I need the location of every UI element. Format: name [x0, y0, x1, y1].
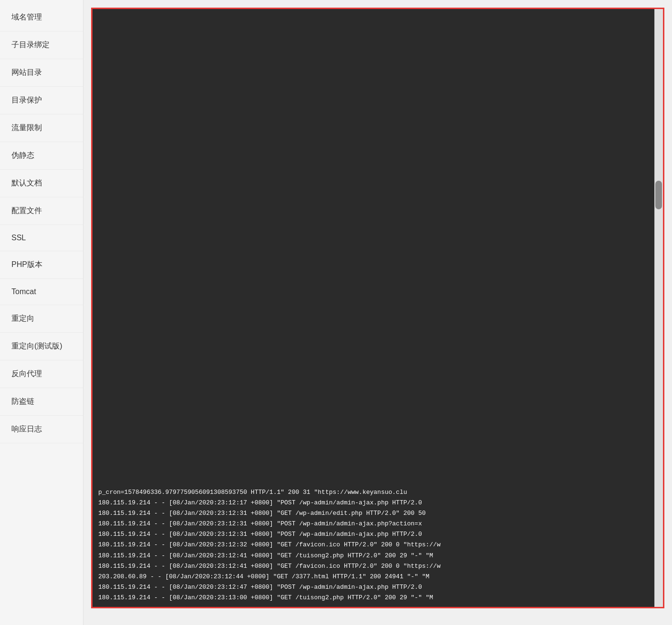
sidebar: 域名管理子目录绑定网站目录目录保护流量限制伪静态默认文档配置文件SSLPHP版本… [0, 0, 83, 625]
sidebar-item-config-file[interactable]: 配置文件 [0, 197, 83, 225]
sidebar-item-default-doc[interactable]: 默认文档 [0, 170, 83, 197]
sidebar-item-ssl[interactable]: SSL [0, 225, 83, 251]
log-container[interactable]: p_cron=1578496336.9797759056091308593750… [91, 8, 664, 608]
sidebar-item-response-log[interactable]: 响应日志 [0, 416, 83, 443]
sidebar-item-site-dir[interactable]: 网站目录 [0, 59, 83, 87]
log-lines: p_cron=1578496336.9797759056091308593750… [93, 483, 653, 607]
log-line: 180.115.19.214 - - [08/Jan/2020:23:12:41… [98, 561, 648, 572]
log-line: 180.115.19.214 - - [08/Jan/2020:23:12:47… [98, 582, 648, 593]
main-content: p_cron=1578496336.9797759056091308593750… [83, 0, 672, 625]
log-line: 180.115.19.214 - - [08/Jan/2020:23:12:17… [98, 498, 648, 508]
log-line: 180.115.19.214 - - [08/Jan/2020:23:12:31… [98, 529, 648, 540]
log-line: 180.115.19.214 - - [08/Jan/2020:23:12:41… [98, 551, 648, 561]
sidebar-item-subdir-bind[interactable]: 子目录绑定 [0, 31, 83, 59]
sidebar-item-pseudo-static[interactable]: 伪静态 [0, 142, 83, 170]
log-line: 180.115.19.214 - - [08/Jan/2020:23:12:31… [98, 508, 648, 519]
log-line: p_cron=1578496336.9797759056091308593750… [98, 487, 648, 498]
log-line: 180.115.19.214 - - [08/Jan/2020:23:12:31… [98, 519, 648, 529]
sidebar-item-hotlink-protect[interactable]: 防盗链 [0, 388, 83, 416]
sidebar-item-dir-protect[interactable]: 目录保护 [0, 87, 83, 114]
sidebar-item-php-version[interactable]: PHP版本 [0, 251, 83, 279]
log-line: 203.208.60.89 - - [08/Jan/2020:23:12:44 … [98, 572, 648, 582]
log-line: 180.115.19.214 - - [08/Jan/2020:23:12:32… [98, 540, 648, 550]
sidebar-item-tomcat[interactable]: Tomcat [0, 279, 83, 305]
sidebar-item-domain-mgmt[interactable]: 域名管理 [0, 4, 83, 31]
sidebar-item-redirect[interactable]: 重定向 [0, 305, 83, 333]
sidebar-item-traffic-limit[interactable]: 流量限制 [0, 114, 83, 142]
scrollbar-thumb[interactable] [655, 181, 662, 209]
log-line: 180.115.19.214 - - [08/Jan/2020:23:13:00… [98, 593, 648, 603]
sidebar-item-reverse-proxy[interactable]: 反向代理 [0, 360, 83, 388]
log-area: p_cron=1578496336.9797759056091308593750… [93, 9, 663, 607]
sidebar-item-redirect-test[interactable]: 重定向(测试版) [0, 333, 83, 360]
scrollbar-track[interactable] [654, 9, 663, 607]
